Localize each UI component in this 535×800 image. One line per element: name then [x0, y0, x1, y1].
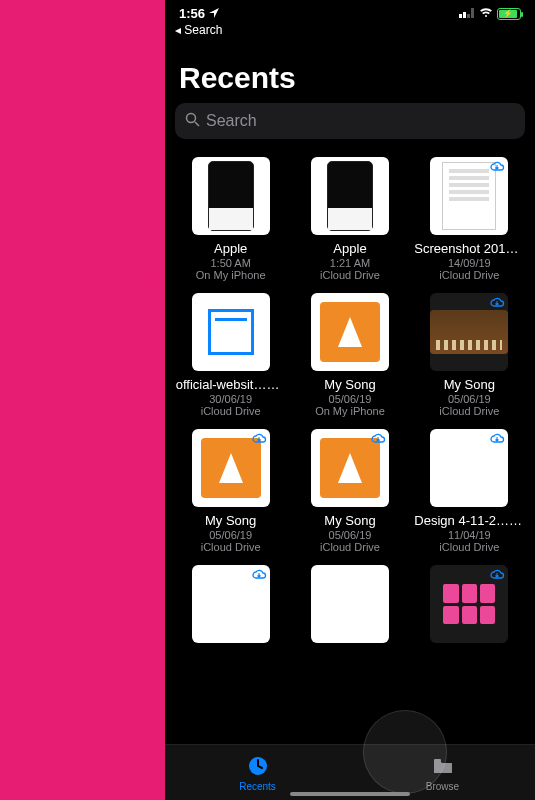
svg-rect-3	[459, 14, 462, 18]
file-thumbnail	[311, 565, 389, 643]
file-name: My Song	[324, 513, 375, 528]
file-meta-time: 14/09/19	[448, 257, 491, 269]
chevron-left-icon: ◂	[175, 23, 181, 37]
file-item[interactable]	[292, 561, 407, 654]
svg-rect-10	[434, 759, 441, 762]
file-item[interactable]: Apple1:21 AMiCloud Drive	[292, 153, 407, 285]
file-item[interactable]: Screenshot 2019-….53 AM14/09/19iCloud Dr…	[412, 153, 527, 285]
svg-rect-5	[467, 14, 470, 18]
svg-rect-4	[463, 12, 466, 18]
annotation-sidebar	[0, 0, 165, 800]
search-icon	[185, 112, 200, 131]
file-meta-location: iCloud Drive	[320, 269, 380, 281]
status-bar: 1:56 ⚡	[165, 0, 535, 21]
tab-label: Browse	[426, 781, 459, 792]
back-to-search[interactable]: ◂ Search	[165, 21, 535, 43]
search-placeholder: Search	[206, 112, 257, 130]
file-item[interactable]: Design 4-11-2….42 AM11/04/19iCloud Drive	[412, 425, 527, 557]
file-meta-time: 11/04/19	[448, 529, 491, 541]
home-indicator[interactable]	[290, 792, 410, 796]
file-item[interactable]: Apple1:50 AMOn My iPhone	[173, 153, 288, 285]
file-name: Screenshot 2019-….53 AM	[414, 241, 524, 256]
clock-icon	[246, 754, 270, 780]
file-thumbnail	[430, 157, 508, 235]
file-meta-location: iCloud Drive	[320, 541, 380, 553]
file-thumbnail	[430, 429, 508, 507]
file-meta-time: 05/06/19	[329, 393, 372, 405]
file-name: Apple	[214, 241, 247, 256]
file-name: My Song	[205, 513, 256, 528]
page-header: Recents	[165, 43, 535, 103]
status-time: 1:56	[179, 6, 205, 21]
search-input[interactable]: Search	[175, 103, 525, 139]
file-meta-location: iCloud Drive	[439, 405, 499, 417]
tab-label: Recents	[239, 781, 276, 792]
file-meta-location: iCloud Drive	[439, 541, 499, 553]
file-meta-time: 05/06/19	[329, 529, 372, 541]
file-meta-time: 1:50 AM	[210, 257, 250, 269]
file-item[interactable]: My Song05/06/19On My iPhone	[292, 289, 407, 421]
file-thumbnail	[192, 293, 270, 371]
file-meta-time: 30/06/19	[209, 393, 252, 405]
file-meta-location: iCloud Drive	[439, 269, 499, 281]
svg-point-7	[187, 113, 196, 122]
svg-line-8	[195, 122, 199, 126]
file-thumbnail	[430, 293, 508, 371]
page-title: Recents	[179, 61, 521, 95]
file-name: Apple	[333, 241, 366, 256]
file-meta-time: 05/06/19	[209, 529, 252, 541]
file-meta-time: 1:21 AM	[330, 257, 370, 269]
file-item[interactable]	[412, 561, 527, 654]
back-label: Search	[184, 23, 222, 37]
file-item[interactable]: My Song05/06/19iCloud Drive	[292, 425, 407, 557]
file-item[interactable]: official-websit…1277630/06/19iCloud Driv…	[173, 289, 288, 421]
files-grid: Apple1:50 AMOn My iPhoneApple1:21 AMiClo…	[165, 145, 535, 744]
file-item[interactable]: My Song05/06/19iCloud Drive	[412, 289, 527, 421]
signal-icon	[459, 6, 475, 21]
files-app-screen: 1:56 ⚡ ◂ Search Recents Search A	[165, 0, 535, 800]
file-meta-time: 05/06/19	[448, 393, 491, 405]
wifi-icon	[479, 6, 493, 21]
file-thumbnail	[192, 157, 270, 235]
file-name: My Song	[324, 377, 375, 392]
location-icon	[209, 6, 219, 21]
battery-icon: ⚡	[497, 8, 521, 20]
file-name: official-websit…12776	[176, 377, 286, 392]
file-thumbnail	[311, 293, 389, 371]
file-meta-location: On My iPhone	[196, 269, 266, 281]
file-meta-location: iCloud Drive	[201, 405, 261, 417]
file-name: Design 4-11-2….42 AM	[414, 513, 524, 528]
file-thumbnail	[430, 565, 508, 643]
file-item[interactable]: My Song05/06/19iCloud Drive	[173, 425, 288, 557]
file-thumbnail	[192, 565, 270, 643]
file-meta-location: iCloud Drive	[201, 541, 261, 553]
file-name: My Song	[444, 377, 495, 392]
file-thumbnail	[192, 429, 270, 507]
file-thumbnail	[311, 157, 389, 235]
file-meta-location: On My iPhone	[315, 405, 385, 417]
file-thumbnail	[311, 429, 389, 507]
folder-icon	[431, 754, 455, 780]
svg-rect-6	[471, 8, 474, 18]
file-item[interactable]	[173, 561, 288, 654]
